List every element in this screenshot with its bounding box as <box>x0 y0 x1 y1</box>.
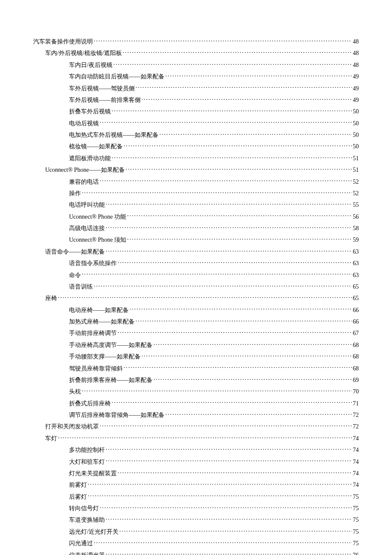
toc-page-number: 52 <box>353 190 359 197</box>
toc-row: 电动座椅——如果配备66 <box>69 306 359 314</box>
toc-title: 汽车装备操作使用说明 <box>33 38 93 46</box>
toc-page-number: 75 <box>353 505 359 512</box>
document-page: 汽车装备操作使用说明48车内/外后视镜/梳妆镜/遮阳板48车内日/夜后视镜48车… <box>0 0 392 555</box>
toc-title: Uconnect® Phone 功能 <box>69 213 126 221</box>
toc-leader-dots <box>112 154 352 160</box>
toc-leader-dots <box>112 399 352 405</box>
toc-leader-dots <box>106 458 352 464</box>
toc-title: 车灯 <box>45 435 57 442</box>
toc-page-number: 52 <box>353 178 359 186</box>
toc-leader-dots <box>82 189 352 195</box>
toc-title: 高级电话连接 <box>69 225 105 232</box>
toc-title: 语音指令系统操作 <box>69 260 117 267</box>
toc-page-number: 75 <box>353 528 359 536</box>
toc-title: 闪光通过 <box>69 540 93 547</box>
toc-page-number: 74 <box>353 481 359 489</box>
toc-page-number: 69 <box>353 376 359 384</box>
toc-row: 车内/外后视镜/梳妆镜/遮阳板48 <box>45 49 359 57</box>
toc-title: 转向信号灯 <box>69 505 99 512</box>
toc-page-number: 50 <box>353 131 359 139</box>
toc-page-number: 50 <box>353 143 359 150</box>
toc-title: 遮阳板滑动功能 <box>69 155 111 162</box>
toc-page-number: 65 <box>353 283 359 291</box>
toc-page-number: 49 <box>353 96 359 104</box>
toc-leader-dots <box>100 119 352 125</box>
toc-leader-dots <box>82 387 352 393</box>
toc-leader-dots <box>165 72 352 78</box>
toc-leader-dots <box>126 166 352 172</box>
toc-title: 远光灯/近光灯开关 <box>69 528 118 536</box>
toc-page-number: 68 <box>353 365 359 373</box>
toc-page-number: 55 <box>353 201 359 209</box>
toc-page-number: 63 <box>353 248 359 256</box>
toc-title: 前雾灯 <box>69 481 87 489</box>
toc-row: Uconnect® Phone——如果配备51 <box>45 166 359 174</box>
toc-row: 转向信号灯75 <box>69 504 359 512</box>
toc-title: 车内日/夜后视镜 <box>69 61 112 69</box>
toc-leader-dots <box>106 551 352 555</box>
toc-title: 语音训练 <box>69 283 93 291</box>
toc-row: 命令63 <box>69 271 359 279</box>
toc-row: 折叠式后排座椅71 <box>69 399 359 408</box>
toc-page-number: 72 <box>353 423 359 431</box>
toc-title: 头枕 <box>69 388 81 396</box>
toc-row: 高级电话连接58 <box>69 224 359 232</box>
toc-page-number: 70 <box>353 388 359 396</box>
toc-row: 折叠车外后视镜50 <box>69 107 359 116</box>
toc-row: 语音指令系统操作63 <box>69 259 359 267</box>
toc-title: 后雾灯 <box>69 493 87 501</box>
toc-row: 车内自动防眩目后视镜——如果配备49 <box>69 72 359 81</box>
toc-row: 加热式座椅——如果配备66 <box>69 318 359 326</box>
toc-title: 操作 <box>69 190 81 197</box>
toc-title: Uconnect® Phone 须知 <box>69 236 126 244</box>
toc-page-number: 48 <box>353 61 359 69</box>
toc-title: 折叠车外后视镜 <box>69 108 111 116</box>
toc-page-number: 50 <box>353 108 359 116</box>
toc-title: 车外后视镜——前排乘客侧 <box>69 96 141 104</box>
toc-row: 手动腰部支撑——如果配备68 <box>69 353 359 361</box>
toc-title: 大灯和驻车灯 <box>69 458 105 466</box>
toc-row: 电话呼叫功能55 <box>69 201 359 209</box>
toc-row: 语音训练65 <box>69 283 359 291</box>
toc-page-number: 50 <box>353 120 359 127</box>
toc-title: 折叠式后排座椅 <box>69 400 111 408</box>
toc-leader-dots <box>124 142 352 148</box>
toc-page-number: 51 <box>353 155 359 162</box>
toc-page-number: 74 <box>353 458 359 466</box>
toc-title: 兼容的电话 <box>69 178 99 186</box>
toc-leader-dots <box>94 539 352 545</box>
toc-row: 驾驶员座椅靠背倾斜68 <box>69 364 359 373</box>
toc-leader-dots <box>106 201 352 207</box>
toc-leader-dots <box>106 446 352 452</box>
toc-title: 电动后视镜 <box>69 120 99 127</box>
toc-leader-dots <box>119 528 352 534</box>
toc-title: 电话呼叫功能 <box>69 201 105 209</box>
toc-leader-dots <box>165 411 352 417</box>
toc-title: 加热式座椅——如果配备 <box>69 318 135 326</box>
toc-leader-dots <box>100 422 352 428</box>
toc-title: Uconnect® Phone——如果配备 <box>45 166 125 174</box>
toc-row: 操作52 <box>69 189 359 197</box>
toc-row: 调节后排座椅靠背倾角——如果配备72 <box>69 411 359 419</box>
toc-leader-dots <box>106 248 352 254</box>
toc-page-number: 75 <box>353 516 359 524</box>
toc-title: 手动腰部支撑——如果配备 <box>69 353 141 361</box>
toc-row: Uconnect® Phone 功能56 <box>69 213 359 221</box>
toc-leader-dots <box>106 516 352 522</box>
toc-row: 手动座椅高度调节——如果配备68 <box>69 341 359 349</box>
toc-leader-dots <box>118 259 352 265</box>
toc-row: 电加热式车外后视镜——如果配备50 <box>69 131 359 139</box>
toc-row: 兼容的电话52 <box>69 178 359 186</box>
toc-row: 车内日/夜后视镜48 <box>69 61 359 69</box>
toc-title: 语音命令——如果配备 <box>45 248 105 256</box>
toc-leader-dots <box>106 224 352 230</box>
toc-title: 车外后视镜——驾驶员侧 <box>69 85 135 92</box>
toc-title: 多功能控制杆 <box>69 446 105 454</box>
toc-row: 电动后视镜50 <box>69 119 359 127</box>
toc-title: 手动座椅高度调节——如果配备 <box>69 341 153 349</box>
toc-title: 电动座椅——如果配备 <box>69 306 129 314</box>
toc-page-number: 51 <box>353 166 359 174</box>
toc-title: 座椅 <box>45 295 57 302</box>
toc-leader-dots <box>82 271 352 277</box>
toc-row: 车灯74 <box>45 434 359 442</box>
